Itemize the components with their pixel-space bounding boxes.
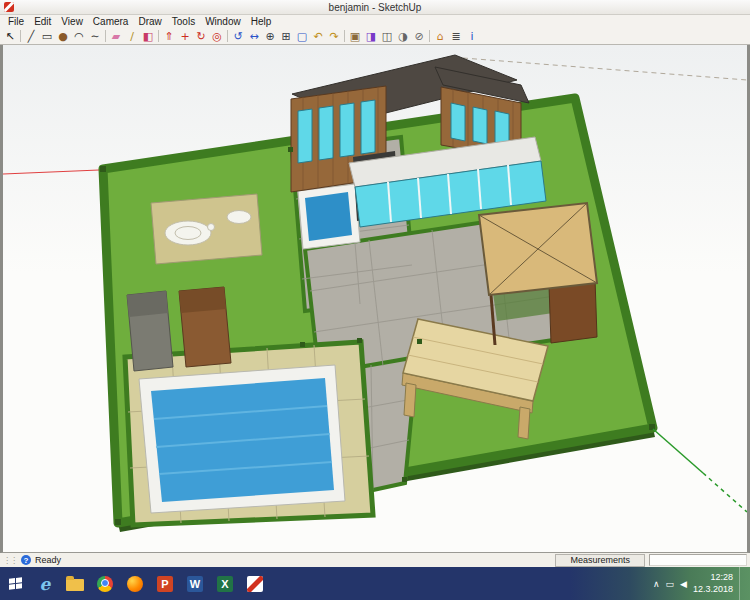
taskbar: e P W X ∧ ▭ ◀ 12:28 12.3.2018 [0, 567, 750, 600]
move-tool-icon[interactable]: + [177, 29, 193, 44]
toolbar-separator [227, 30, 228, 42]
menu-view[interactable]: View [56, 16, 88, 27]
taskbar-sketchup[interactable] [240, 567, 270, 600]
model-canvas[interactable] [3, 45, 747, 552]
next-view-icon[interactable]: ↷ [326, 29, 342, 44]
measurements-input[interactable] [649, 554, 747, 566]
materials-icon[interactable]: ◨ [363, 29, 379, 44]
chrome-icon [97, 576, 113, 592]
help-icon[interactable]: ? [21, 555, 31, 565]
sun-lounger-gray[interactable] [127, 291, 173, 371]
taskbar-powerpoint[interactable]: P [150, 567, 180, 600]
taskbar-chrome[interactable] [90, 567, 120, 600]
styles-icon[interactable]: ◫ [379, 29, 395, 44]
section-plane-icon[interactable]: ⊘ [411, 29, 427, 44]
tray-date: 12.3.2018 [693, 584, 733, 595]
taskbar-firefox[interactable] [120, 567, 150, 600]
powerpoint-icon: P [157, 576, 173, 592]
taskbar-word[interactable]: W [180, 567, 210, 600]
taskbar-internet-explorer[interactable]: e [30, 567, 60, 600]
statusbar-grip: ⋮⋮ [3, 556, 17, 565]
select-tool-icon[interactable]: ↖ [2, 29, 18, 44]
status-text: Ready [35, 555, 61, 565]
model-info-icon[interactable]: i [464, 29, 480, 44]
swimming-pool[interactable] [139, 365, 345, 513]
toolbar-separator [429, 30, 430, 42]
show-desktop-button[interactable] [739, 567, 744, 600]
window-title: benjamin - SketchUp [329, 2, 422, 13]
pan-tool-icon[interactable]: ↔ [246, 29, 262, 44]
line-tool-icon[interactable]: ╱ [23, 29, 39, 44]
tray-clock[interactable]: 12:28 12.3.2018 [693, 572, 733, 595]
model-viewport[interactable] [0, 45, 750, 553]
layers-icon[interactable]: ≣ [448, 29, 464, 44]
toolbar: ↖ ╱ ▭ ● ◠ ∼ ▰ ∕ ◧ ⇑ + ↻ ◎ ↺ ↔ ⊕ ⊞ ▢ ↶ ↷ … [0, 28, 750, 45]
internet-explorer-icon: e [40, 574, 51, 594]
menu-file[interactable]: File [3, 16, 29, 27]
menu-camera[interactable]: Camera [88, 16, 134, 27]
menu-bar: File Edit View Camera Draw Tools Window … [0, 15, 750, 28]
circle-tool-icon[interactable]: ● [55, 29, 71, 44]
toolbar-separator [158, 30, 159, 42]
taskbar-file-explorer[interactable] [60, 567, 90, 600]
tray-time: 12:28 [693, 572, 733, 583]
sun-lounger-brown[interactable] [179, 287, 231, 367]
toolbar-separator [105, 30, 106, 42]
menu-edit[interactable]: Edit [29, 16, 56, 27]
folder-icon [66, 579, 84, 591]
status-bar: ⋮⋮ ? Ready Measurements [0, 553, 750, 567]
paint-bucket-tool-icon[interactable]: ◧ [140, 29, 156, 44]
tape-measure-tool-icon[interactable]: ∕ [124, 29, 140, 44]
offset-tool-icon[interactable]: ◎ [209, 29, 225, 44]
menu-window[interactable]: Window [200, 16, 246, 27]
shadows-icon[interactable]: ◑ [395, 29, 411, 44]
eraser-tool-icon[interactable]: ▰ [108, 29, 124, 44]
start-button[interactable] [0, 567, 30, 600]
taskbar-excel[interactable]: X [210, 567, 240, 600]
small-pool[interactable] [298, 184, 360, 249]
zoom-window-tool-icon[interactable]: ⊞ [278, 29, 294, 44]
zoom-extents-tool-icon[interactable]: ▢ [294, 29, 310, 44]
previous-view-icon[interactable]: ↶ [310, 29, 326, 44]
zoom-tool-icon[interactable]: ⊕ [262, 29, 278, 44]
volume-icon[interactable]: ◀ [680, 579, 687, 589]
menu-help[interactable]: Help [246, 16, 277, 27]
rectangle-tool-icon[interactable]: ▭ [39, 29, 55, 44]
red-axis [3, 170, 99, 174]
menu-tools[interactable]: Tools [167, 16, 200, 27]
sketchup-app-icon [4, 2, 14, 12]
green-axis [653, 429, 747, 512]
system-tray: ∧ ▭ ◀ 12:28 12.3.2018 [653, 567, 750, 600]
toolbar-separator [20, 30, 21, 42]
windows-logo-icon [9, 577, 22, 589]
toolbar-separator [344, 30, 345, 42]
title-bar: benjamin - SketchUp [0, 0, 750, 15]
components-icon[interactable]: ▣ [347, 29, 363, 44]
menu-draw[interactable]: Draw [133, 16, 166, 27]
warehouse-icon[interactable]: ⌂ [432, 29, 448, 44]
picnic-mat[interactable] [151, 194, 262, 264]
hidden-icons-chevron[interactable]: ∧ [653, 579, 660, 589]
excel-icon: X [217, 576, 233, 592]
battery-icon[interactable]: ▭ [666, 579, 675, 589]
sketchup-taskbar-icon [247, 576, 263, 592]
freehand-tool-icon[interactable]: ∼ [87, 29, 103, 44]
arc-tool-icon[interactable]: ◠ [71, 29, 87, 44]
firefox-icon [127, 576, 143, 592]
word-icon: W [187, 576, 203, 592]
push-pull-tool-icon[interactable]: ⇑ [161, 29, 177, 44]
orbit-tool-icon[interactable]: ↺ [230, 29, 246, 44]
rotate-tool-icon[interactable]: ↻ [193, 29, 209, 44]
measurements-label: Measurements [555, 554, 645, 567]
